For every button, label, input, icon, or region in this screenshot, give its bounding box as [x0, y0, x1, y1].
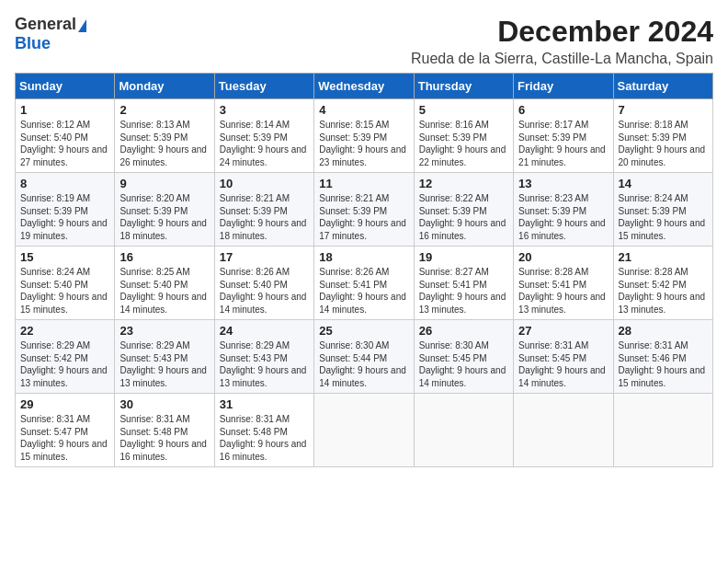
day-cell-27: 27Sunrise: 8:31 AM Sunset: 5:45 PM Dayli…: [514, 320, 613, 394]
day-number: 3: [220, 103, 309, 117]
column-header-thursday: Thursday: [414, 74, 513, 99]
day-info: Sunrise: 8:24 AM Sunset: 5:39 PM Dayligh…: [619, 192, 708, 242]
column-header-wednesday: Wednesday: [314, 74, 414, 99]
day-info: Sunrise: 8:27 AM Sunset: 5:41 PM Dayligh…: [419, 266, 508, 316]
day-cell-16: 16Sunrise: 8:25 AM Sunset: 5:40 PM Dayli…: [115, 247, 214, 320]
day-number: 15: [20, 250, 109, 264]
day-number: 1: [20, 103, 109, 117]
day-number: 12: [419, 177, 508, 190]
day-cell-18: 18Sunrise: 8:26 AM Sunset: 5:41 PM Dayli…: [314, 247, 414, 320]
day-info: Sunrise: 8:21 AM Sunset: 5:39 PM Dayligh…: [220, 192, 309, 242]
day-cell-19: 19Sunrise: 8:27 AM Sunset: 5:41 PM Dayli…: [414, 247, 513, 320]
empty-cell: [514, 394, 613, 467]
day-info: Sunrise: 8:29 AM Sunset: 5:43 PM Dayligh…: [119, 339, 209, 389]
column-header-monday: Monday: [115, 74, 214, 99]
day-number: 19: [419, 250, 508, 264]
day-cell-21: 21Sunrise: 8:28 AM Sunset: 5:42 PM Dayli…: [613, 247, 712, 320]
day-number: 18: [319, 250, 408, 264]
title-block: December 2024 Rueda de la Sierra, Castil…: [411, 15, 713, 67]
day-cell-12: 12Sunrise: 8:22 AM Sunset: 5:39 PM Dayli…: [414, 173, 513, 247]
day-number: 11: [319, 177, 408, 190]
day-cell-23: 23Sunrise: 8:29 AM Sunset: 5:43 PM Dayli…: [115, 320, 214, 394]
day-info: Sunrise: 8:26 AM Sunset: 5:41 PM Dayligh…: [319, 266, 408, 316]
day-info: Sunrise: 8:25 AM Sunset: 5:40 PM Dayligh…: [119, 266, 209, 316]
day-cell-17: 17Sunrise: 8:26 AM Sunset: 5:40 PM Dayli…: [214, 247, 313, 320]
day-cell-13: 13Sunrise: 8:23 AM Sunset: 5:39 PM Dayli…: [514, 173, 613, 247]
week-row-3: 15Sunrise: 8:24 AM Sunset: 5:40 PM Dayli…: [16, 247, 713, 320]
day-number: 30: [119, 397, 209, 411]
day-cell-24: 24Sunrise: 8:29 AM Sunset: 5:43 PM Dayli…: [214, 320, 313, 394]
day-cell-30: 30Sunrise: 8:31 AM Sunset: 5:48 PM Dayli…: [115, 394, 214, 467]
day-info: Sunrise: 8:30 AM Sunset: 5:45 PM Dayligh…: [419, 339, 508, 389]
day-number: 26: [419, 324, 508, 338]
calendar-table: SundayMondayTuesdayWednesdayThursdayFrid…: [15, 73, 713, 467]
day-info: Sunrise: 8:14 AM Sunset: 5:39 PM Dayligh…: [220, 119, 309, 168]
day-cell-28: 28Sunrise: 8:31 AM Sunset: 5:46 PM Dayli…: [613, 320, 712, 394]
day-info: Sunrise: 8:12 AM Sunset: 5:40 PM Dayligh…: [20, 119, 109, 168]
day-number: 8: [20, 177, 109, 190]
day-info: Sunrise: 8:26 AM Sunset: 5:40 PM Dayligh…: [220, 266, 309, 316]
day-info: Sunrise: 8:21 AM Sunset: 5:39 PM Dayligh…: [319, 192, 408, 242]
day-number: 2: [119, 103, 209, 117]
column-header-saturday: Saturday: [613, 74, 712, 99]
day-info: Sunrise: 8:28 AM Sunset: 5:41 PM Dayligh…: [518, 266, 608, 316]
day-info: Sunrise: 8:28 AM Sunset: 5:42 PM Dayligh…: [619, 266, 708, 316]
day-info: Sunrise: 8:16 AM Sunset: 5:39 PM Dayligh…: [419, 119, 508, 168]
day-cell-20: 20Sunrise: 8:28 AM Sunset: 5:41 PM Dayli…: [514, 247, 613, 320]
calendar-header: SundayMondayTuesdayWednesdayThursdayFrid…: [16, 74, 713, 99]
day-info: Sunrise: 8:23 AM Sunset: 5:39 PM Dayligh…: [518, 192, 608, 242]
day-cell-22: 22Sunrise: 8:29 AM Sunset: 5:42 PM Dayli…: [16, 320, 115, 394]
day-cell-2: 2Sunrise: 8:13 AM Sunset: 5:39 PM Daylig…: [115, 99, 214, 173]
day-cell-8: 8Sunrise: 8:19 AM Sunset: 5:39 PM Daylig…: [16, 173, 115, 247]
day-number: 16: [119, 250, 209, 264]
column-header-sunday: Sunday: [16, 74, 115, 99]
day-info: Sunrise: 8:30 AM Sunset: 5:44 PM Dayligh…: [319, 339, 408, 389]
logo-blue: Blue: [15, 34, 51, 53]
day-number: 6: [518, 103, 608, 117]
day-info: Sunrise: 8:31 AM Sunset: 5:48 PM Dayligh…: [220, 413, 309, 463]
page-title: December 2024: [411, 15, 713, 49]
empty-cell: [314, 394, 414, 467]
day-info: Sunrise: 8:29 AM Sunset: 5:43 PM Dayligh…: [220, 339, 309, 389]
column-header-friday: Friday: [514, 74, 613, 99]
day-number: 29: [20, 397, 109, 411]
day-info: Sunrise: 8:31 AM Sunset: 5:47 PM Dayligh…: [20, 413, 109, 463]
day-info: Sunrise: 8:19 AM Sunset: 5:39 PM Dayligh…: [20, 192, 109, 242]
empty-cell: [414, 394, 513, 467]
day-info: Sunrise: 8:31 AM Sunset: 5:45 PM Dayligh…: [518, 339, 608, 389]
day-number: 4: [319, 103, 408, 117]
day-cell-1: 1Sunrise: 8:12 AM Sunset: 5:40 PM Daylig…: [16, 99, 115, 173]
logo: General Blue: [15, 15, 86, 53]
day-cell-6: 6Sunrise: 8:17 AM Sunset: 5:39 PM Daylig…: [514, 99, 613, 173]
day-info: Sunrise: 8:15 AM Sunset: 5:39 PM Dayligh…: [319, 119, 408, 168]
day-number: 14: [619, 177, 708, 190]
day-info: Sunrise: 8:31 AM Sunset: 5:48 PM Dayligh…: [119, 413, 209, 463]
day-cell-14: 14Sunrise: 8:24 AM Sunset: 5:39 PM Dayli…: [613, 173, 712, 247]
day-cell-11: 11Sunrise: 8:21 AM Sunset: 5:39 PM Dayli…: [314, 173, 414, 247]
day-cell-5: 5Sunrise: 8:16 AM Sunset: 5:39 PM Daylig…: [414, 99, 513, 173]
page-subtitle: Rueda de la Sierra, Castille-La Mancha, …: [411, 51, 713, 67]
column-header-tuesday: Tuesday: [214, 74, 313, 99]
day-cell-31: 31Sunrise: 8:31 AM Sunset: 5:48 PM Dayli…: [214, 394, 313, 467]
week-row-4: 22Sunrise: 8:29 AM Sunset: 5:42 PM Dayli…: [16, 320, 713, 394]
day-cell-4: 4Sunrise: 8:15 AM Sunset: 5:39 PM Daylig…: [314, 99, 414, 173]
day-cell-29: 29Sunrise: 8:31 AM Sunset: 5:47 PM Dayli…: [16, 394, 115, 467]
day-number: 23: [119, 324, 209, 338]
day-info: Sunrise: 8:22 AM Sunset: 5:39 PM Dayligh…: [419, 192, 508, 242]
week-row-2: 8Sunrise: 8:19 AM Sunset: 5:39 PM Daylig…: [16, 173, 713, 247]
day-number: 7: [619, 103, 708, 117]
day-number: 22: [20, 324, 109, 338]
day-cell-15: 15Sunrise: 8:24 AM Sunset: 5:40 PM Dayli…: [16, 247, 115, 320]
day-info: Sunrise: 8:20 AM Sunset: 5:39 PM Dayligh…: [119, 192, 209, 242]
day-info: Sunrise: 8:24 AM Sunset: 5:40 PM Dayligh…: [20, 266, 109, 316]
day-number: 28: [619, 324, 708, 338]
calendar-body: 1Sunrise: 8:12 AM Sunset: 5:40 PM Daylig…: [16, 99, 713, 467]
empty-cell: [613, 394, 712, 467]
day-number: 17: [220, 250, 309, 264]
day-number: 24: [220, 324, 309, 338]
day-cell-3: 3Sunrise: 8:14 AM Sunset: 5:39 PM Daylig…: [214, 99, 313, 173]
day-info: Sunrise: 8:13 AM Sunset: 5:39 PM Dayligh…: [119, 119, 209, 168]
day-cell-10: 10Sunrise: 8:21 AM Sunset: 5:39 PM Dayli…: [214, 173, 313, 247]
week-row-1: 1Sunrise: 8:12 AM Sunset: 5:40 PM Daylig…: [16, 99, 713, 173]
day-info: Sunrise: 8:17 AM Sunset: 5:39 PM Dayligh…: [518, 119, 608, 168]
